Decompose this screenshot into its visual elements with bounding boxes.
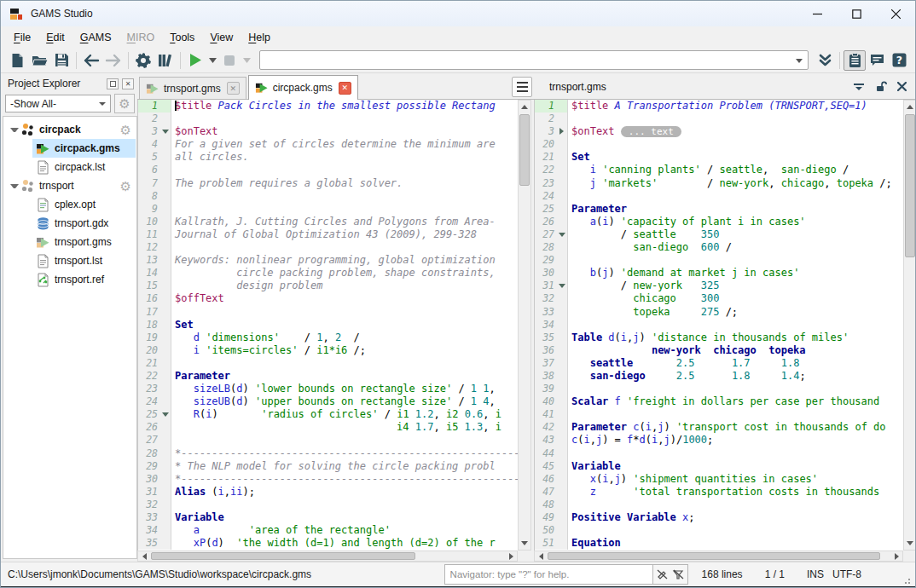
scroll-up-icon[interactable] bbox=[904, 101, 916, 113]
tab-trnsport-gms[interactable]: trnsport.gms✕ bbox=[139, 77, 246, 99]
code-line: 26 a(i) 'capacity of plant i in cases' bbox=[535, 216, 903, 228]
project-filter-combo[interactable]: -Show All- bbox=[5, 95, 111, 112]
fold-marker bbox=[557, 344, 568, 357]
scroll-right-icon[interactable] bbox=[505, 551, 517, 561]
comment-bubble-button[interactable] bbox=[866, 50, 888, 71]
scroll-down-icon[interactable] bbox=[519, 537, 530, 550]
code-line: 42Parameter c(i,j) 'transport cost in th… bbox=[535, 421, 903, 434]
navigator-input[interactable]: Navigator: type "?" for help. bbox=[444, 564, 688, 585]
main-combo-box[interactable] bbox=[259, 50, 809, 70]
left-editor-vscrollbar[interactable] bbox=[518, 100, 531, 551]
fold-marker[interactable] bbox=[160, 408, 171, 421]
line-number: 46 bbox=[535, 473, 557, 486]
hscroll-thumb[interactable] bbox=[548, 552, 880, 560]
tree-item-trnsport-lst[interactable]: trnsport.lst bbox=[3, 251, 136, 270]
gams-studio-window: GAMS Studio FileEditGAMSMIROToolsViewHel… bbox=[0, 0, 916, 588]
close-panel-button[interactable]: ✕ bbox=[122, 78, 134, 89]
menu-item-help[interactable]: Help bbox=[241, 29, 278, 46]
project-filter-value: -Show All- bbox=[10, 98, 56, 110]
run-play-button[interactable] bbox=[184, 50, 206, 71]
vscroll-thumb[interactable] bbox=[519, 114, 530, 186]
line-number: 26 bbox=[138, 421, 160, 434]
code-line: 9 bbox=[138, 203, 518, 216]
scroll-left-icon[interactable] bbox=[535, 551, 547, 561]
left-editor-hscrollbar[interactable] bbox=[137, 551, 518, 562]
fold-marker bbox=[557, 203, 568, 216]
explorer-settings-button[interactable]: ⚙ bbox=[114, 94, 135, 113]
scroll-up-icon[interactable] bbox=[519, 101, 530, 113]
right-editor-vscrollbar[interactable] bbox=[903, 100, 916, 551]
menu-item-gams[interactable]: GAMS bbox=[72, 29, 119, 46]
code-editor-circpack[interactable]: 1$title Pack Circles in the smallest pos… bbox=[137, 100, 518, 551]
fold-marker bbox=[557, 177, 568, 190]
scroll-right-icon[interactable] bbox=[890, 551, 902, 561]
minimize-button[interactable] bbox=[797, 1, 837, 26]
tree-item-trnsport-gdx[interactable]: trnsport.gdx bbox=[3, 214, 136, 233]
dock-pin-button[interactable] bbox=[853, 82, 865, 92]
scroll-left-icon[interactable] bbox=[138, 551, 150, 561]
vscroll-thumb[interactable] bbox=[905, 114, 915, 257]
tree-item-trnsport-ref[interactable]: trnsport.ref bbox=[3, 270, 136, 289]
line-number: 8 bbox=[138, 190, 160, 203]
lock-button[interactable] bbox=[875, 81, 887, 93]
code-line: 48 bbox=[535, 499, 903, 511]
menu-item-edit[interactable]: Edit bbox=[38, 29, 72, 46]
new-file-icon bbox=[10, 53, 25, 68]
expand-arrow-icon[interactable] bbox=[10, 182, 19, 190]
hscroll-thumb[interactable] bbox=[151, 552, 415, 560]
fold-marker[interactable] bbox=[557, 280, 568, 292]
tree-item-circpack[interactable]: circpack⚙ bbox=[3, 120, 136, 139]
code-line: 21 bbox=[138, 357, 518, 370]
tree-item-circpack-lst[interactable]: circpack.lst bbox=[3, 158, 136, 176]
code-line: 15 design problem bbox=[138, 280, 518, 292]
line-number: 35 bbox=[138, 537, 160, 550]
scroll-down-icon[interactable] bbox=[904, 537, 916, 550]
fold-marker bbox=[160, 434, 171, 447]
back-arrow-button[interactable] bbox=[80, 50, 102, 71]
maximize-button[interactable] bbox=[837, 1, 876, 26]
close-button[interactable] bbox=[876, 1, 915, 26]
project-gear-icon[interactable]: ⚙ bbox=[120, 180, 131, 193]
model-library-button[interactable] bbox=[154, 50, 177, 71]
double-chevron-down-button[interactable] bbox=[814, 50, 836, 71]
settings-gear-button[interactable] bbox=[132, 50, 154, 71]
tree-item-trnsport-gms[interactable]: trnsport.gms bbox=[3, 233, 136, 251]
caret-down-button[interactable] bbox=[206, 50, 218, 71]
forward-arrow-button[interactable] bbox=[102, 50, 125, 71]
help-question-button[interactable]: ? bbox=[888, 50, 910, 71]
code-editor-trnsport[interactable]: 1$title A Transportation Problem (TRNSPO… bbox=[534, 100, 903, 551]
menu-item-file[interactable]: File bbox=[6, 29, 38, 46]
fold-marker[interactable] bbox=[557, 228, 568, 241]
float-panel-button[interactable] bbox=[107, 78, 119, 89]
stop-square-button[interactable] bbox=[218, 50, 241, 71]
tab-list-button[interactable] bbox=[512, 77, 532, 97]
tree-item-label: circpack bbox=[39, 124, 81, 135]
fold-marker bbox=[160, 267, 171, 280]
save-button[interactable] bbox=[50, 50, 72, 71]
clipboard-button[interactable] bbox=[844, 50, 866, 71]
open-folder-button[interactable] bbox=[28, 50, 50, 71]
tree-item-cplex-opt[interactable]: cplex.opt bbox=[3, 195, 136, 214]
project-gear-icon[interactable]: ⚙ bbox=[120, 124, 131, 136]
tab-circpack-gms[interactable]: circpack.gms✕ bbox=[248, 75, 358, 100]
svg-text:?: ? bbox=[896, 54, 902, 66]
gms-icon bbox=[36, 141, 50, 156]
tab-close-icon[interactable]: ✕ bbox=[227, 82, 240, 95]
tree-item-circpack-gms[interactable]: circpack.gms bbox=[3, 139, 136, 158]
fold-marker[interactable] bbox=[557, 125, 568, 138]
tree-item-trnsport[interactable]: trnsport⚙ bbox=[3, 176, 136, 195]
new-file-button[interactable] bbox=[6, 50, 28, 71]
fold-marker[interactable] bbox=[160, 125, 171, 138]
navigator-toggle-group[interactable] bbox=[652, 564, 688, 585]
menu-item-tools[interactable]: Tools bbox=[162, 29, 202, 46]
menu-item-view[interactable]: View bbox=[202, 29, 241, 46]
right-editor-hscrollbar[interactable] bbox=[534, 551, 903, 562]
menu-item-miro[interactable]: MIRO bbox=[119, 29, 163, 46]
expand-arrow-icon[interactable] bbox=[10, 125, 19, 134]
close-split-button[interactable] bbox=[897, 82, 907, 91]
resize-grip[interactable] bbox=[904, 576, 913, 585]
line-number: 1 bbox=[138, 100, 160, 112]
tab-close-icon[interactable]: ✕ bbox=[339, 82, 351, 95]
code-line: 29 bbox=[535, 254, 903, 267]
caret-down-button[interactable] bbox=[241, 50, 252, 71]
